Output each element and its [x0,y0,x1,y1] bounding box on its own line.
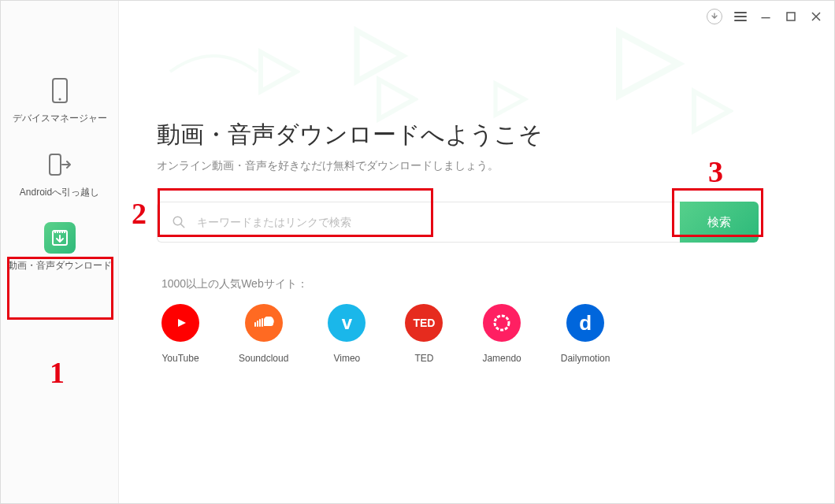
ted-icon: TED [405,304,443,342]
migrate-icon [44,149,76,180]
search-icon [172,215,186,229]
svg-point-14 [495,316,509,330]
search-input[interactable] [197,216,666,228]
page-title: 動画・音声ダウンロードへようこそ [157,119,796,151]
site-vimeo[interactable]: v Vimeo [328,304,366,364]
sidebar: デバイスマネージャー Androidへ引っ越し 動画・音声ダウンロード [1,1,119,503]
site-label: YouTube [161,353,199,364]
site-label: TED [414,353,433,364]
svg-marker-13 [178,319,186,327]
youtube-icon [161,304,199,342]
app-window: a AnyTrans ® – デバイスマネージャー [0,0,835,504]
dailymotion-icon: d [566,304,604,342]
sidebar-item-device-manager[interactable]: デバイスマネージャー [1,64,118,138]
main-content: 動画・音声ダウンロードへようこそ オンライン動画・音声を好きなだけ無料でダウンロ… [119,1,834,503]
site-label: Vimeo [333,353,360,364]
phone-icon [44,75,76,106]
sidebar-item-label: デバイスマネージャー [13,113,107,125]
svg-line-12 [180,224,184,228]
page-subtitle: オンライン動画・音声を好きなだけ無料でダウンロードしましょう。 [157,159,796,173]
soundcloud-icon [245,304,283,342]
sidebar-item-label: 動画・音声ダウンロード [8,260,112,272]
download-media-icon [44,222,76,254]
search-field-shell[interactable] [157,202,680,243]
search-row: 検索 [157,202,759,243]
site-ted[interactable]: TED TED [405,304,443,364]
search-button[interactable]: 検索 [680,202,759,243]
site-soundcloud[interactable]: Soundcloud [239,304,288,364]
popular-sites-label: 1000以上の人気Webサイト： [161,277,796,291]
site-label: Dailymotion [561,353,610,364]
popular-sites: YouTube Soundcloud v Vimeo TED TED [157,304,796,364]
site-youtube[interactable]: YouTube [161,304,199,364]
sidebar-item-label: Androidへ引っ越し [20,187,99,199]
site-dailymotion[interactable]: d Dailymotion [561,304,610,364]
site-label: Soundcloud [239,353,288,364]
jamendo-icon [483,304,521,342]
site-jamendo[interactable]: Jamendo [482,304,521,364]
svg-point-8 [58,98,61,101]
vimeo-icon: v [328,304,366,342]
sidebar-item-android-move[interactable]: Androidへ引っ越し [1,138,118,212]
sidebar-item-media-download[interactable]: 動画・音声ダウンロード [1,211,118,285]
svg-rect-9 [50,154,61,175]
site-label: Jamendo [482,353,521,364]
